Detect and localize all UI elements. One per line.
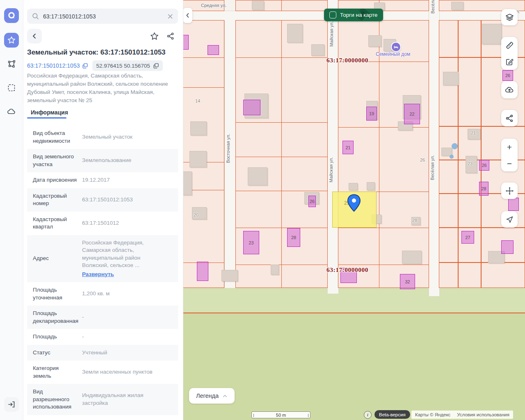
collapse-panel-button[interactable] <box>183 8 192 23</box>
building-oks[interactable]: 21 <box>342 141 354 154</box>
building-oks[interactable]: 26 <box>479 160 489 171</box>
building-oks[interactable] <box>197 262 208 281</box>
info-row: Площадь- <box>27 329 178 345</box>
tab-information[interactable]: Информация <box>31 109 68 116</box>
share-icon <box>167 32 175 40</box>
cadastral-parcel[interactable] <box>338 228 379 265</box>
cadastral-parcel[interactable] <box>439 262 458 288</box>
pan-mode-button[interactable] <box>501 183 518 199</box>
coordinates-value: 52.976415 50.156705 <box>96 63 150 69</box>
clear-search-icon[interactable] <box>167 14 173 19</box>
building-oks[interactable]: 19 <box>366 107 377 121</box>
building <box>349 183 358 190</box>
sidebar-item-favorites[interactable] <box>4 33 19 48</box>
cadastral-parcel[interactable] <box>281 57 328 123</box>
building-oks[interactable] <box>243 100 260 115</box>
building-oks[interactable]: 22 <box>404 104 420 124</box>
copy-icon[interactable] <box>82 63 88 69</box>
building-oks[interactable] <box>183 35 189 50</box>
info-row-value: Земли населенных пунктов <box>82 368 153 376</box>
building-oks[interactable]: 27 <box>461 231 474 244</box>
app-logo[interactable] <box>4 8 19 23</box>
building-oks[interactable]: 26 <box>308 196 316 207</box>
identifier-chips: 63:17:1501012:1053 52.976415 50.156705 <box>27 60 163 71</box>
cadastral-parcel[interactable] <box>379 192 429 228</box>
auctions-checkbox[interactable] <box>329 11 336 18</box>
building-oks[interactable]: 28 <box>287 228 300 247</box>
building-oks[interactable] <box>508 198 519 211</box>
cadastral-parcel[interactable] <box>439 194 458 228</box>
building-oks[interactable]: 23 <box>243 231 259 254</box>
building-oks[interactable]: 28 <box>479 182 488 196</box>
cadastral-parcel[interactable] <box>439 228 458 262</box>
cadastral-parcel[interactable] <box>439 20 458 57</box>
share-map-button[interactable] <box>501 110 518 126</box>
legend-button[interactable]: Легенда <box>189 388 235 404</box>
cadastral-parcel[interactable] <box>235 191 282 228</box>
layers-button[interactable] <box>501 9 518 25</box>
search-input[interactable]: 63:17:1501012:1053 <box>27 9 178 24</box>
info-row: Площадь декларированная- <box>27 306 178 329</box>
info-row: Кадастровый номер63:17:1501012:1053 <box>27 188 178 212</box>
cadastral-parcel[interactable] <box>458 57 481 126</box>
map-attribution: Карты © Яндекс Условия использования <box>411 411 513 419</box>
favorite-button[interactable] <box>147 29 162 43</box>
ruler-button[interactable] <box>501 37 518 53</box>
edit-icon <box>505 57 514 66</box>
cadastral-parcel[interactable] <box>183 190 224 263</box>
building <box>443 72 459 85</box>
cadastral-parcel[interactable] <box>281 157 328 191</box>
building-oks[interactable]: 32 <box>400 274 415 289</box>
coordinates-chip[interactable]: 52.976415 50.156705 <box>92 60 162 71</box>
upload-button[interactable] <box>501 81 518 98</box>
sidebar-item-measure[interactable] <box>4 57 19 71</box>
cadastral-parcel[interactable] <box>458 194 481 228</box>
cadastral-parcel[interactable] <box>235 122 282 157</box>
info-row-label: Площадь декларированная <box>33 310 78 325</box>
cadastral-parcel[interactable] <box>458 20 481 57</box>
info-row: Дата присвоения19.12.2017 <box>27 172 178 188</box>
building-oks[interactable] <box>501 240 514 254</box>
cadastral-parcel[interactable] <box>439 57 458 126</box>
cadastral-parcel[interactable] <box>183 57 224 88</box>
copy-icon[interactable] <box>153 63 159 69</box>
cadastral-parcel[interactable] <box>281 265 328 288</box>
info-row-label: Кадастровый квартал <box>33 216 78 231</box>
chevron-up-icon <box>222 393 228 399</box>
minus-icon: − <box>507 159 512 168</box>
cadastral-parcel[interactable] <box>235 20 282 58</box>
terms-of-use-link[interactable]: Условия использования <box>457 412 509 417</box>
parcel-number-label: 20 <box>194 212 199 217</box>
cadastral-parcel[interactable] <box>481 262 525 288</box>
share-button[interactable] <box>163 29 178 43</box>
zoom-in-button[interactable]: + <box>501 139 518 155</box>
sidebar-item-cloud[interactable] <box>4 104 19 119</box>
geolocate-button[interactable] <box>501 211 518 228</box>
building-oks[interactable] <box>208 45 219 55</box>
cadastral-parcel[interactable] <box>379 0 429 11</box>
logout-button[interactable] <box>4 397 19 412</box>
info-row-label: Вид разрешенного использования <box>33 388 78 411</box>
auctions-on-map-toggle[interactable]: Торги на карте <box>324 9 383 21</box>
cadastral-parcel[interactable] <box>458 262 481 288</box>
building-oks[interactable]: 26 <box>502 70 513 81</box>
maps-copyright[interactable]: Карты © Яндекс <box>415 412 450 417</box>
building <box>311 44 324 56</box>
cadastral-number-link[interactable]: 63:17:1501012:1053 <box>27 62 80 69</box>
cadastral-number-chip[interactable]: 63:17:1501012:1053 <box>27 62 88 69</box>
cadastral-parcel[interactable] <box>439 160 458 194</box>
expand-address-link[interactable]: Развернуть <box>82 271 114 278</box>
zoom-out-button[interactable]: − <box>501 155 518 171</box>
back-button[interactable] <box>27 29 42 43</box>
map[interactable]: 252119222628233226282726142028212326Сред… <box>183 0 525 420</box>
info-icon[interactable]: i <box>364 411 372 419</box>
map-canvas[interactable]: 252119222628233226282726142028212326Сред… <box>183 0 525 420</box>
sidebar-item-select-area[interactable] <box>4 80 19 95</box>
draw-edit-button[interactable] <box>501 53 518 70</box>
poi-icon[interactable] <box>391 42 401 52</box>
street-road <box>429 0 440 296</box>
measure-edit-group <box>501 37 518 70</box>
cadastral-parcel[interactable] <box>281 122 328 157</box>
info-row-value: 63:17:1501012:1053 <box>82 196 133 204</box>
cadastral-parcel[interactable] <box>281 0 328 11</box>
